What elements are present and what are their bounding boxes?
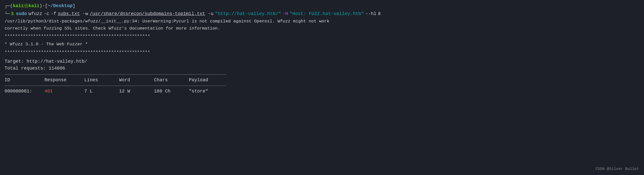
row-payload: "store" (189, 88, 226, 95)
banner-star-line: * Wfuzz 3.1.0 - The Web Fuzzer * (5, 41, 639, 48)
requests-label: Total requests: (5, 66, 49, 71)
row-word: 12 W (119, 88, 154, 95)
header-lines: Lines (84, 77, 119, 84)
cmd-url: "http://hat-valley.htb/" (215, 10, 281, 17)
header-payload: Payload (189, 77, 226, 84)
cmd-wordlist: /usr/share/dnsrecon/subdomains-top1mil.t… (90, 10, 205, 17)
cmd-flag-u: -u (208, 10, 213, 17)
header-id: ID (5, 77, 44, 84)
target-url: http://hat-valley.htb/ (26, 59, 87, 64)
title-dash: ┌─( (5, 3, 13, 9)
cmd-wfuzz: wfuzz (29, 10, 42, 17)
banner-separator-1: ****************************************… (5, 33, 639, 40)
cmd-hl-val: 8 (378, 10, 381, 17)
title-bar: ┌─( kali ㉿ kali )-[ ~/Desktop ] (5, 3, 639, 9)
target-line: Target: http://hat-valley.htb/ (5, 58, 639, 65)
header-response: Response (44, 77, 84, 84)
title-path: ~/Desktop (48, 3, 72, 9)
cmd-flag-w: -w (83, 10, 88, 17)
target-section: Target: http://hat-valley.htb/ Total req… (5, 58, 639, 72)
row-chars: 188 Ch (154, 88, 189, 95)
table-row: 000000081: 401 7 L 12 W 188 Ch "store" (5, 87, 226, 96)
header-word: Word (119, 77, 154, 84)
table-divider-bottom (5, 86, 226, 86)
prompt-dollar: $ (11, 10, 14, 17)
header-chars: Chars (154, 77, 189, 84)
cmd-subs-txt: subs.txt (58, 10, 80, 17)
prompt-line: └─ $ sudo wfuzz -c -f subs.txt -w /usr/s… (5, 10, 639, 17)
terminal: ┌─( kali ㉿ kali )-[ ~/Desktop ] └─ $ sud… (0, 0, 644, 175)
cmd-flag-f: -f (51, 10, 56, 17)
warning-line-1: /usr/lib/python3/dist-packages/wfuzz/__i… (5, 18, 639, 24)
row-id: 000000081: (5, 88, 44, 95)
prompt-symbol: └─ (5, 10, 10, 17)
cmd-host-header: "Host: FUZZ.hat-valley.htb" (290, 10, 364, 17)
cmd-flag-c: -c (44, 10, 49, 17)
table-header: ID Response Lines Word Chars Payload (5, 76, 226, 85)
bottom-bar-text: CSDN @Silver Bullet (595, 167, 639, 171)
title-user: kali (13, 3, 24, 9)
title-host: kali (29, 3, 39, 9)
cmd-sudo: sudo (16, 10, 27, 17)
warning-line-2: correctly when fuzzing SSL sites. Check … (5, 25, 639, 32)
cmd-flag-hl: --hl (365, 10, 376, 17)
requests-line: Total requests: 114606 (5, 65, 639, 72)
requests-count: 114606 (49, 66, 65, 71)
results-table: ID Response Lines Word Chars Payload 000… (5, 74, 639, 96)
cmd-flag-H: -H (283, 10, 288, 17)
bottom-bar: CSDN @Silver Bullet (595, 166, 639, 172)
title-bracket-close: ] (72, 3, 75, 9)
title-at: ㉿ (24, 3, 29, 9)
banner-separator-2: ****************************************… (5, 49, 639, 56)
title-separator: )-[ (39, 3, 48, 9)
row-response: 401 (44, 88, 84, 95)
table-divider-top (5, 74, 226, 75)
row-lines: 7 L (84, 88, 119, 95)
target-label: Target: (5, 59, 26, 64)
